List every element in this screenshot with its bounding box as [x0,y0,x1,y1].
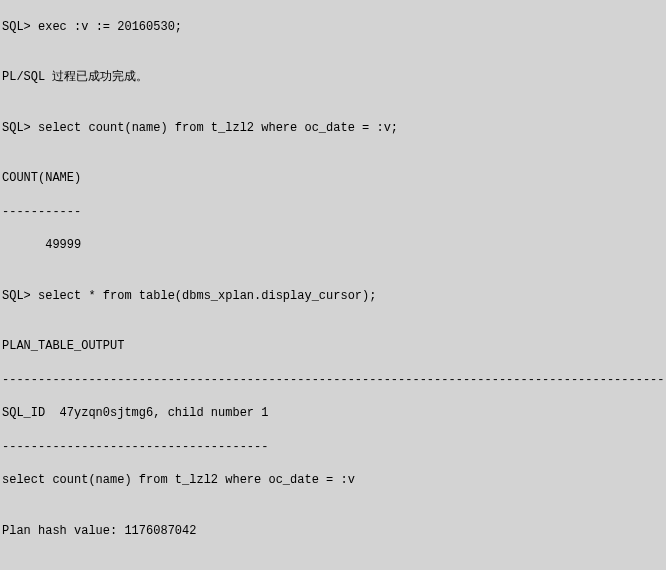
count-header-dashes: ----------- [2,204,664,221]
query-echo: select count(name) from t_lzl2 where oc_… [2,472,664,489]
sql-command-text: select * from table(dbms_xplan.display_c… [38,289,376,303]
sql-command-text: select count(name) from t_lzl2 where oc_… [38,121,398,135]
sql-prompt: SQL> [2,121,38,135]
separator-dashes: ----------------------------------------… [2,372,664,389]
plan-table-output-label: PLAN_TABLE_OUTPUT [2,338,664,355]
sql-id-dashes: ------------------------------------- [2,439,664,456]
sql-prompt: SQL> [2,20,38,34]
sql-command-line: SQL> select count(name) from t_lzl2 wher… [2,120,664,137]
plsql-success-message: PL/SQL 过程已成功完成。 [2,69,664,86]
count-header: COUNT(NAME) [2,170,664,187]
sql-command-text: exec :v := 20160530; [38,20,182,34]
terminal-output: SQL> exec :v := 20160530; PL/SQL 过程已成功完成… [0,0,666,570]
sql-command-line: SQL> select * from table(dbms_xplan.disp… [2,288,664,305]
sql-command-line: SQL> exec :v := 20160530; [2,19,664,36]
plan-hash-value: Plan hash value: 1176087042 [2,523,664,540]
sql-id-line: SQL_ID 47yzqn0sjtmg6, child number 1 [2,405,664,422]
count-value: 49999 [2,237,664,254]
sql-prompt: SQL> [2,289,38,303]
